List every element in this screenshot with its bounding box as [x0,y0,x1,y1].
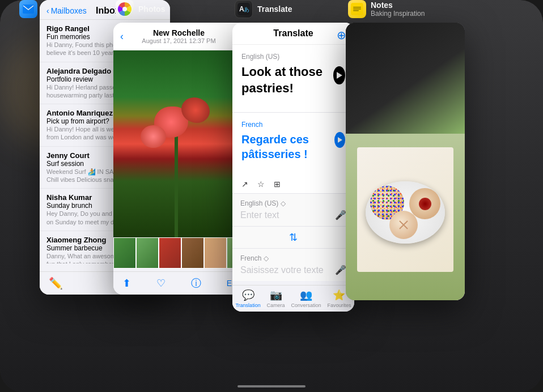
translate-mic-icon[interactable]: 🎤 [335,210,346,220]
notes-app-info: Notes Baking Inspiration [371,1,425,18]
photos-share-icon[interactable]: ⬆ [122,277,131,289]
svg-rect-0 [23,5,34,14]
translate-title-label: Translate [273,28,313,39]
translate-french-lang-label: French ◇ [240,254,346,262]
play-triangle-icon [337,72,342,79]
camera-icon: 📷 [270,289,282,301]
photos-heart-icon[interactable]: ♡ [156,277,166,289]
photos-strip-item-5[interactable] [204,237,227,269]
translate-add-icon[interactable]: ⊕ [337,28,346,42]
translate-swap-icon: ⇅ [289,232,298,243]
mail-back-label: Mailboxes [51,6,87,15]
translate-card-header: A あ Translate [232,0,294,18]
translate-input-lang-label: English (US) ◇ [240,199,346,207]
photos-back-chevron[interactable]: ‹ [120,31,124,42]
translation-tab-label: Translation [235,302,260,308]
translate-app-icon[interactable]: A あ [235,0,253,18]
translate-top-bar: Translate ⊕ [232,23,354,45]
conversation-tab-label: Conversation [291,302,321,308]
translate-card[interactable]: Translate ⊕ English (US) Look at those p… [232,23,354,312]
notes-app-wrapper: Notes Baking Inspiration [346,0,427,23]
translation-icon: 💬 [242,289,254,301]
photos-bottom-bar: ⬆ ♡ ⓘ Edit [113,271,249,295]
translate-actions-bar: ↗ ☆ ⊞ [232,175,354,194]
mail-back-chevron: ‹ [46,6,49,15]
mail-app-wrapper: Mail Inbox ‹ Mailboxes Inbox Rigo Rangel… [17,0,61,23]
translate-input-en-section: English (US) ◇ Enter text 🎤 [232,194,354,226]
translate-target-lang: French [241,121,345,129]
translate-tab-bar: 💬 Translation 📷 Camera 👥 Conversation ⭐ … [232,285,354,312]
translate-target-text: Regarde ces pâtisseries ! [241,132,334,161]
photos-card-header: Photos [113,0,167,18]
photos-app-icon[interactable] [116,0,134,18]
translate-source-text: Look at those pastries! [241,64,333,96]
translate-target-play-button[interactable] [334,132,345,148]
mail-back-button[interactable]: ‹ Mailboxes [46,6,87,15]
photos-location: New Rochelle [142,28,215,37]
translate-tab-translation[interactable]: 💬 Translation [235,289,260,308]
svg-rect-7 [353,7,361,8]
translate-target-section: French Regarde ces pâtisseries ! [232,113,354,175]
translate-french-placeholder[interactable]: Saisissez votre texte [240,265,324,275]
notes-card[interactable] [346,23,465,300]
translate-source-lang: English (US) [241,53,345,61]
svg-rect-8 [353,8,361,10]
translate-swap-button[interactable]: ⇅ [232,227,354,248]
ipad-frame: Mail Inbox ‹ Mailboxes Inbox Rigo Rangel… [0,0,543,392]
translate-tab-conversation[interactable]: 👥 Conversation [291,289,321,308]
photos-strip [113,237,249,269]
notes-card-content [346,23,465,300]
notes-card-header: Notes Baking Inspiration [346,0,427,18]
svg-text:あ: あ [244,6,249,12]
mail-app-icon[interactable] [19,0,37,18]
camera-tab-label: Camera [267,302,285,308]
photos-strip-item-2[interactable] [136,237,159,269]
photos-info-icon[interactable]: ⓘ [191,276,201,290]
favorites-icon: ⭐ [333,289,345,301]
svg-point-2 [122,7,127,11]
translate-tab-camera[interactable]: 📷 Camera [267,289,285,308]
translate-favorite-icon[interactable]: ☆ [257,180,265,189]
favorites-tab-label: Favourites [327,302,351,308]
translate-fr-mic-icon[interactable]: 🎤 [335,265,346,275]
home-indicator [237,385,306,387]
svg-rect-9 [353,10,359,11]
notes-app-icon[interactable] [348,0,366,18]
photos-app-name: Photos [138,5,165,14]
translate-source-section: English (US) Look at those pastries! [232,45,354,113]
translate-input-placeholder[interactable]: Enter text [240,210,279,220]
translate-app-name: Translate [257,5,292,14]
photos-strip-item-1[interactable] [113,237,136,269]
conversation-icon: 👥 [300,289,312,301]
photos-card[interactable]: ‹ New Rochelle August 17, 2021 12:37 PM … [113,23,249,295]
photos-top-bar: ‹ New Rochelle August 17, 2021 12:37 PM … [113,23,249,50]
photos-app-wrapper: Photos ‹ New Rochelle August 17, 2021 12… [113,0,167,23]
translate-expand-icon[interactable]: ↗ [241,180,248,189]
mail-compose-icon[interactable]: ✏️ [49,276,63,290]
play-triangle-blue-icon [338,137,342,143]
photos-strip-item-4[interactable] [181,237,204,269]
notes-app-name: Notes [371,1,425,10]
photos-date: August 17, 2021 12:37 PM [142,37,215,44]
notes-app-subtitle: Baking Inspiration [371,10,425,18]
translate-source-play-button[interactable] [333,66,345,84]
translate-input-fr-section: French ◇ Saisissez votre texte 🎤 [232,249,354,281]
translate-copy-icon[interactable]: ⊞ [274,180,281,189]
photos-main-image [113,50,249,237]
translate-app-wrapper: A あ Translate Translate ⊕ English (US) L… [232,0,294,23]
photos-strip-item-3[interactable] [159,237,181,269]
